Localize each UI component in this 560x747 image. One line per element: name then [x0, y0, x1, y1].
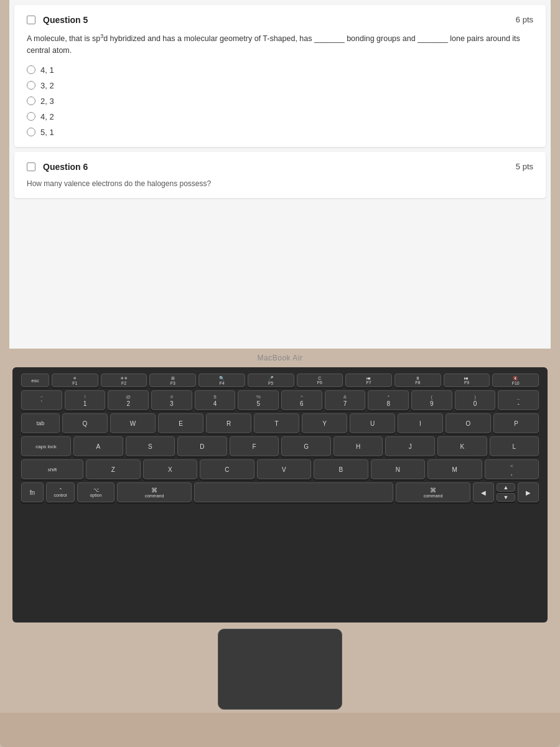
key-option-left[interactable]: ⌥ option [77, 482, 114, 502]
option-4-label: 4, 2 [40, 112, 54, 121]
key-f6[interactable]: CF6 [297, 374, 343, 387]
key-esc[interactable]: esc [21, 374, 49, 387]
key-f[interactable]: F [230, 436, 279, 456]
question6-header: Question 6 5 pts [27, 162, 533, 172]
key-backtick[interactable]: ~ ` [21, 390, 62, 410]
key-j[interactable]: J [385, 436, 435, 456]
option-2[interactable]: 3, 2 [27, 81, 533, 90]
question5-container: Question 5 6 pts A molecule, that is sp3… [14, 5, 546, 147]
key-control[interactable]: ⌃ control [46, 482, 75, 502]
radio-1[interactable] [27, 65, 35, 74]
key-o[interactable]: O [446, 413, 491, 433]
option-2-label: 3, 2 [40, 81, 54, 90]
key-f8[interactable]: ⏸F8 [394, 374, 441, 387]
key-6[interactable]: ^ 6 [281, 390, 322, 410]
key-3[interactable]: # 3 [151, 390, 192, 410]
key-0[interactable]: ) 0 [455, 390, 496, 410]
key-y[interactable]: Y [302, 413, 347, 433]
key-arrow-right[interactable]: ▶ [518, 482, 539, 502]
trackpad[interactable] [218, 629, 342, 710]
key-f3[interactable]: ⊞F3 [149, 374, 196, 387]
option-4[interactable]: 4, 2 [27, 112, 533, 121]
key-p[interactable]: P [493, 413, 539, 433]
options-list: 4, 1 3, 2 2, 3 4, 2 [27, 65, 533, 137]
asdf-row: caps lock A S D F G H J K L [21, 436, 539, 456]
question5-pts: 6 pts [516, 15, 533, 24]
key-q[interactable]: Q [62, 413, 108, 433]
key-n[interactable]: N [371, 459, 426, 479]
key-t[interactable]: T [254, 413, 299, 433]
question5-title: Question 5 [43, 15, 88, 25]
key-fn[interactable]: fn [21, 482, 44, 502]
key-f4[interactable]: 🔍F4 [198, 374, 245, 387]
key-i[interactable]: I [398, 413, 443, 433]
question6-container: Question 6 5 pts How many valence electr… [14, 152, 546, 198]
question6-text: How many valence electrons do the haloge… [27, 179, 533, 188]
key-arrow-left[interactable]: ◀ [473, 482, 494, 502]
radio-4[interactable] [27, 112, 35, 121]
key-f7[interactable]: ⏮F7 [345, 374, 392, 387]
option-3-label: 2, 3 [40, 96, 54, 106]
option-label: option [90, 493, 101, 497]
key-u[interactable]: U [350, 413, 395, 433]
key-minus[interactable]: _ - [498, 390, 539, 410]
key-b[interactable]: B [314, 459, 368, 479]
laptop-body: Question 5 6 pts A molecule, that is sp3… [0, 0, 560, 747]
key-1[interactable]: ! 1 [65, 390, 106, 410]
key-l[interactable]: L [490, 436, 539, 456]
key-f5[interactable]: 🎤F5 [248, 374, 294, 387]
macbook-label: MacBook Air [258, 354, 303, 362]
fn-row: esc ☀F1 ☀☀F2 ⊞F3 🔍F4 🎤F5 CF6 ⏮F7 ⏸F8 ⏭F9… [21, 374, 539, 387]
radio-5[interactable] [27, 128, 35, 136]
key-shift-left[interactable]: shift [21, 459, 83, 479]
question5-checkbox[interactable] [27, 16, 35, 24]
radio-2[interactable] [27, 81, 35, 90]
key-f9[interactable]: ⏭F9 [444, 374, 490, 387]
key-g[interactable]: G [281, 436, 331, 456]
key-a[interactable]: A [73, 436, 123, 456]
key-4[interactable]: $ 4 [195, 390, 236, 410]
key-arrow-down[interactable]: ▼ [497, 493, 515, 502]
key-tab[interactable]: tab [21, 413, 60, 433]
command-left-label: command [145, 494, 164, 498]
key-comma[interactable]: < , [485, 459, 539, 479]
key-9[interactable]: ( 9 [411, 390, 452, 410]
question6-title: Question 6 [43, 162, 88, 172]
screen-area: Question 5 6 pts A molecule, that is sp3… [9, 0, 551, 349]
option-3[interactable]: 2, 3 [27, 96, 533, 106]
number-row: ~ ` ! 1 @ 2 # 3 $ 4 % 5 [21, 390, 539, 410]
key-5[interactable]: % 5 [238, 390, 279, 410]
key-space[interactable] [194, 482, 393, 502]
key-w[interactable]: W [110, 413, 156, 433]
key-f10[interactable]: 🔇F10 [492, 374, 539, 387]
key-s[interactable]: S [126, 436, 175, 456]
key-c[interactable]: C [200, 459, 254, 479]
qwerty-row: tab Q W E R T Y U I O P [21, 413, 539, 433]
key-d[interactable]: D [177, 436, 227, 456]
key-arrow-up[interactable]: ▲ [497, 483, 515, 492]
zxcv-row: shift Z X C V B N M < , [21, 459, 539, 479]
key-f1[interactable]: ☀F1 [52, 374, 98, 387]
key-h[interactable]: H [334, 436, 383, 456]
key-k[interactable]: K [437, 436, 487, 456]
key-v[interactable]: V [257, 459, 312, 479]
key-m[interactable]: M [427, 459, 482, 479]
key-x[interactable]: X [143, 459, 198, 479]
key-command-left[interactable]: ⌘ command [117, 482, 192, 502]
control-label: control [54, 493, 67, 497]
key-f2[interactable]: ☀☀F2 [101, 374, 147, 387]
option-1[interactable]: 4, 1 [27, 65, 533, 75]
bottom-bezel [0, 713, 560, 747]
key-7[interactable]: & 7 [325, 390, 366, 410]
key-r[interactable]: R [206, 413, 251, 433]
radio-3[interactable] [27, 96, 35, 105]
key-capslock[interactable]: caps lock [21, 436, 71, 456]
key-e[interactable]: E [158, 413, 203, 433]
key-2[interactable]: @ 2 [108, 390, 149, 410]
question5-text: A molecule, that is sp3d hybridized and … [27, 32, 533, 57]
question6-checkbox[interactable] [27, 162, 35, 171]
key-8[interactable]: * 8 [368, 390, 409, 410]
key-command-right[interactable]: ⌘ command [396, 482, 470, 502]
key-z[interactable]: Z [86, 459, 141, 479]
option-5[interactable]: 5, 1 [27, 128, 533, 137]
